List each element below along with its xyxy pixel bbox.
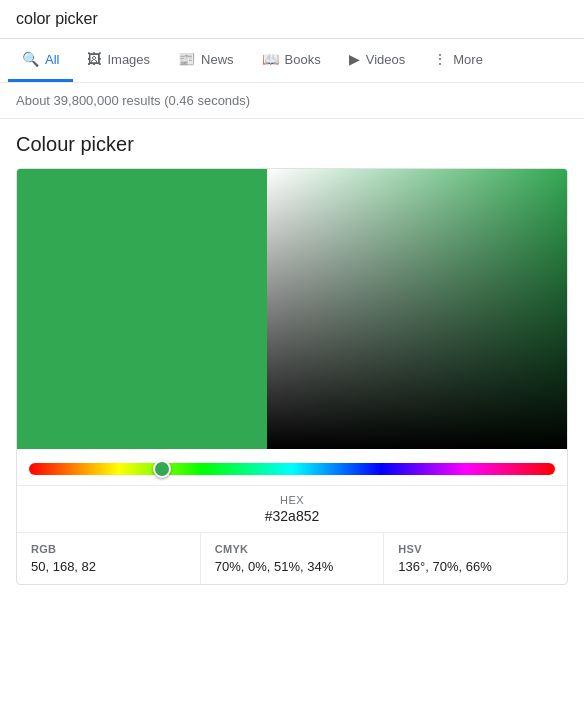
more-icon: ⋮: [433, 51, 447, 67]
hue-slider-thumb[interactable]: [153, 460, 171, 478]
videos-icon: ▶: [349, 51, 360, 67]
hsv-item: HSV 136°, 70%, 66%: [384, 533, 567, 584]
search-bar: color picker: [0, 0, 584, 39]
color-picker-widget: HEX #32a852 RGB 50, 168, 82 CMYK 70%, 0%…: [16, 168, 568, 585]
hue-slider-container: [17, 449, 567, 485]
gradient-panel[interactable]: [267, 169, 567, 449]
gradient-area[interactable]: [17, 169, 567, 449]
tab-news[interactable]: 📰 News: [164, 39, 248, 82]
tab-videos-label: Videos: [366, 52, 406, 67]
nav-tabs: 🔍 All 🖼 Images 📰 News 📖 Books ▶ Videos ⋮…: [0, 39, 584, 83]
tab-books[interactable]: 📖 Books: [248, 39, 335, 82]
results-count: About 39,800,000 results (0.46 seconds): [0, 83, 584, 119]
results-count-text: About 39,800,000 results (0.46 seconds): [16, 93, 250, 108]
tab-images-label: Images: [107, 52, 150, 67]
hex-section: HEX #32a852: [17, 485, 567, 532]
tab-news-label: News: [201, 52, 234, 67]
search-query: color picker: [16, 10, 568, 28]
tab-images[interactable]: 🖼 Images: [73, 39, 164, 82]
rgb-item: RGB 50, 168, 82: [17, 533, 201, 584]
tab-all-label: All: [45, 52, 59, 67]
rgb-value: 50, 168, 82: [31, 559, 186, 574]
cmyk-value: 70%, 0%, 51%, 34%: [215, 559, 370, 574]
tab-more[interactable]: ⋮ More: [419, 39, 497, 82]
all-icon: 🔍: [22, 51, 39, 67]
colour-picker-title: Colour picker: [16, 133, 568, 156]
colour-picker-section: Colour picker HEX #32a852 RGB 50, 168, 8…: [0, 119, 584, 585]
hue-slider-track[interactable]: [29, 463, 555, 475]
images-icon: 🖼: [87, 51, 101, 67]
news-icon: 📰: [178, 51, 195, 67]
tab-all[interactable]: 🔍 All: [8, 39, 73, 82]
tab-videos[interactable]: ▶ Videos: [335, 39, 420, 82]
tab-books-label: Books: [285, 52, 321, 67]
rgb-label: RGB: [31, 543, 186, 555]
hex-value[interactable]: #32a852: [29, 508, 555, 524]
hex-label: HEX: [29, 494, 555, 506]
gradient-panel-inner[interactable]: [267, 169, 567, 449]
hsv-label: HSV: [398, 543, 553, 555]
cmyk-label: CMYK: [215, 543, 370, 555]
color-values-row: RGB 50, 168, 82 CMYK 70%, 0%, 51%, 34% H…: [17, 532, 567, 584]
hsv-value: 136°, 70%, 66%: [398, 559, 553, 574]
cmyk-item: CMYK 70%, 0%, 51%, 34%: [201, 533, 385, 584]
books-icon: 📖: [262, 51, 279, 67]
solid-color-panel[interactable]: [17, 169, 267, 449]
tab-more-label: More: [453, 52, 483, 67]
